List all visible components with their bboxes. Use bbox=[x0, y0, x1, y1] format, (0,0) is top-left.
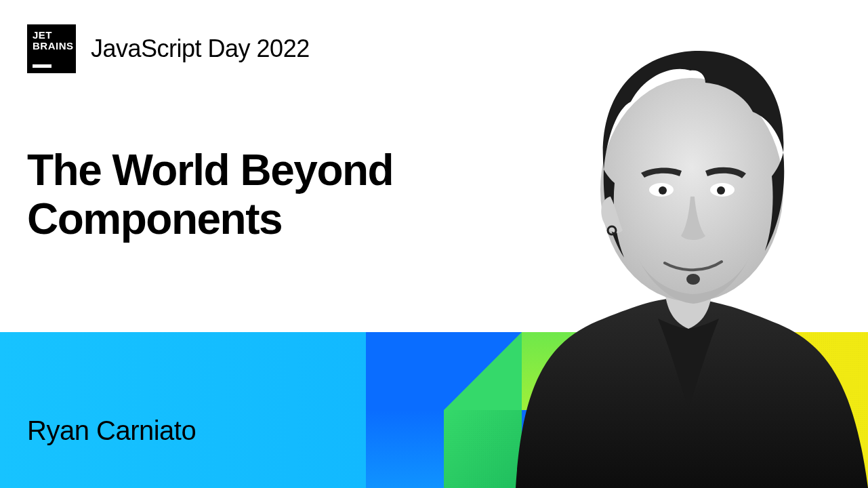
shape-block bbox=[366, 410, 444, 488]
talk-title: The World Beyond Components bbox=[27, 146, 501, 243]
svg-point-5 bbox=[686, 274, 700, 285]
speaker-portrait bbox=[502, 0, 868, 488]
speaker-name: Ryan Carniato bbox=[27, 415, 196, 446]
header: JET BRAINS JavaScript Day 2022 bbox=[27, 24, 310, 73]
footer-cyan-block: Ryan Carniato bbox=[0, 332, 366, 488]
jetbrains-logo: JET BRAINS bbox=[27, 24, 76, 73]
logo-line-2: BRAINS bbox=[33, 41, 70, 52]
logo-line-1: JET bbox=[33, 30, 70, 41]
svg-point-2 bbox=[659, 186, 667, 195]
event-name: JavaScript Day 2022 bbox=[91, 35, 310, 63]
logo-underline bbox=[33, 64, 51, 68]
shape-block bbox=[366, 332, 444, 410]
svg-point-4 bbox=[717, 186, 725, 195]
